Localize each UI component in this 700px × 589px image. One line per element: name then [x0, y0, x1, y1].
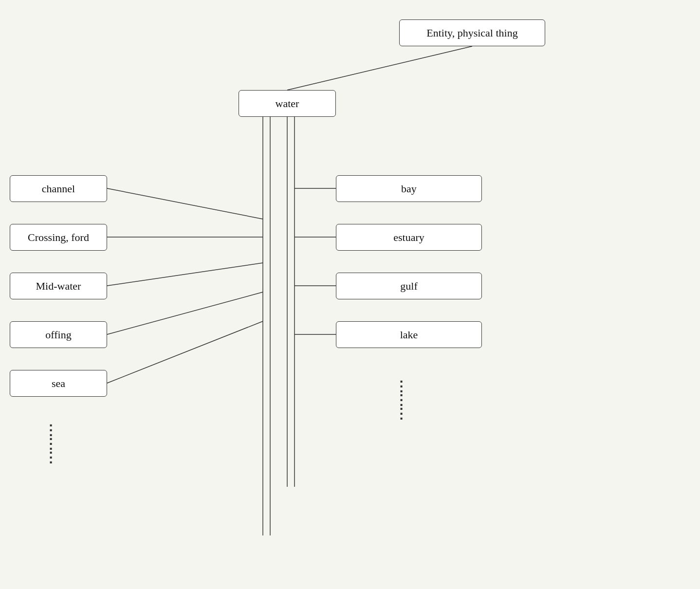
lake-node: lake: [336, 321, 482, 348]
entity-node: Entity, physical thing: [399, 19, 545, 46]
svg-line-0: [287, 46, 472, 90]
crossing-node: Crossing, ford: [10, 224, 107, 251]
right-dots: ⋮⋮⋮: [394, 380, 409, 421]
channel-node: channel: [10, 175, 107, 202]
midwater-node: Mid-water: [10, 273, 107, 299]
estuary-node: estuary: [336, 224, 482, 251]
sea-node: sea: [10, 370, 107, 397]
left-dots: ⋮⋮⋮: [44, 423, 58, 464]
bay-node: bay: [336, 175, 482, 202]
svg-line-7: [107, 321, 263, 383]
gulf-node: gulf: [336, 273, 482, 299]
svg-line-3: [107, 188, 263, 219]
svg-line-6: [107, 292, 263, 334]
offing-node: offing: [10, 321, 107, 348]
water-node: water: [239, 90, 336, 117]
svg-line-5: [107, 263, 263, 286]
